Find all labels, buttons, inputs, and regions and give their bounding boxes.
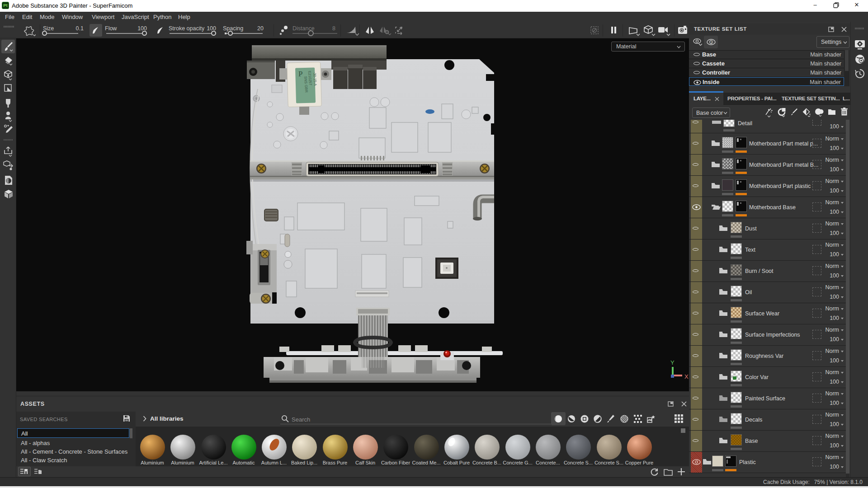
svg-text:Y: Y — [670, 359, 675, 366]
svg-text:P: P — [298, 70, 302, 78]
svg-text:X: X — [684, 373, 689, 380]
svg-text:1: 1 — [710, 40, 712, 44]
